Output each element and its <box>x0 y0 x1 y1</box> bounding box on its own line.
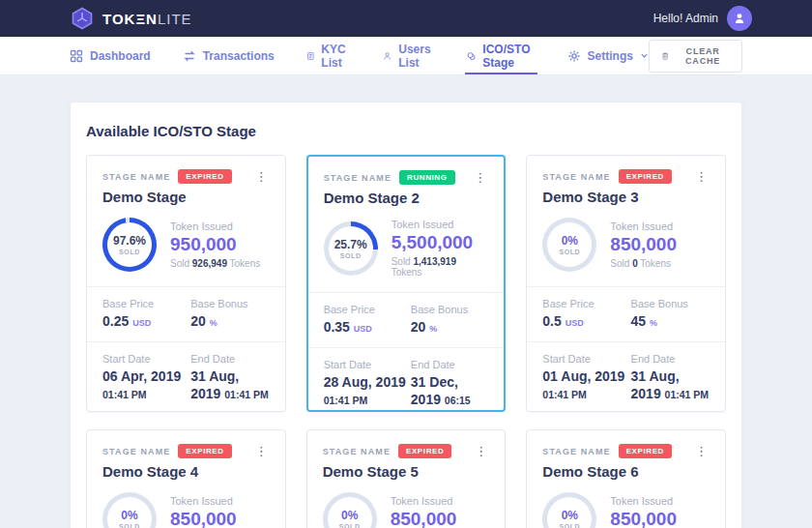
transactions-arrows-icon <box>183 49 196 63</box>
stage-title: Demo Stage 6 <box>542 463 710 480</box>
token-issued-amount: 950,000 <box>170 234 260 255</box>
start-date-label: Start Date <box>324 359 411 370</box>
base-price-cell: Base Price 0.5 USD <box>542 298 630 330</box>
sold-prefix: Sold <box>610 258 629 269</box>
start-time-value: 01:41 PM <box>542 389 587 400</box>
token-issued-amount: 850,000 <box>610 234 677 255</box>
stage-name-label: STAGE NAME <box>324 173 392 183</box>
stage-card: STAGE NAME EXPIRED ⋮ Demo Stage 4 0% SOL… <box>86 429 286 528</box>
stage-name-label: STAGE NAME <box>323 447 391 456</box>
sold-tokens-count: 1,413,919 <box>413 256 456 267</box>
avatar[interactable] <box>727 6 752 31</box>
nav-item-settings[interactable]: Settings <box>567 37 649 74</box>
nav-item-ico-sto-stage[interactable]: ICO/STO Stage <box>467 37 535 74</box>
token-issued-amount: 850,000 <box>170 509 237 528</box>
page-title: Available ICO/STO Stage <box>86 123 726 139</box>
usd-unit: USD <box>566 318 584 328</box>
sold-percent: 25.7% <box>334 238 367 251</box>
settings-gear-icon <box>567 49 581 63</box>
end-date-cell: End Date 31 Aug, 2019 01:41 PM <box>190 353 269 402</box>
end-date-label: End Date <box>411 359 489 370</box>
nav-label: Dashboard <box>90 49 151 63</box>
sold-prefix: Sold <box>392 256 411 267</box>
clear-cache-button[interactable]: CLEAR CACHE <box>649 40 742 73</box>
tokenlite-logo-icon <box>70 6 95 31</box>
percent-unit: % <box>210 318 218 328</box>
base-price-value: 0.25 <box>102 313 129 329</box>
nav-label: Users List <box>398 43 435 70</box>
sold-tokens-count: 0 <box>632 258 638 269</box>
kebab-menu-icon[interactable]: ⋮ <box>253 170 270 183</box>
nav-label: Transactions <box>203 49 275 63</box>
main-nav: Dashboard Transactions KYC List Users Li… <box>0 37 812 75</box>
tokens-suffix: Tokens <box>640 258 671 269</box>
tokens-suffix: Tokens <box>392 267 422 278</box>
end-time-value: 01:41 PM <box>224 389 269 400</box>
base-price-label: Base Price <box>324 304 411 315</box>
donut-center: 0% SOLD <box>328 497 372 528</box>
sold-percent: 0% <box>121 509 137 522</box>
stage-name-label: STAGE NAME <box>542 172 610 182</box>
donut-center: 97.6% SOLD <box>107 222 152 267</box>
token-issued-amount: 5,500,000 <box>392 232 489 253</box>
base-bonus-label: Base Bonus <box>190 298 269 309</box>
kebab-menu-icon[interactable]: ⋮ <box>472 171 488 184</box>
brand-logo[interactable]: TOKΞNLITE <box>70 6 192 31</box>
sold-label: SOLD <box>339 523 361 528</box>
token-issued-label: Token Issued <box>610 220 677 232</box>
sold-donut-chart: 0% SOLD <box>102 492 157 528</box>
users-icon <box>383 49 392 63</box>
nav-item-transactions[interactable]: Transactions <box>183 37 275 74</box>
stage-name-label: STAGE NAME <box>102 172 170 182</box>
start-date-label: Start Date <box>102 353 190 365</box>
base-price-label: Base Price <box>542 298 630 309</box>
token-issued-label: Token Issued <box>392 219 489 230</box>
kebab-menu-icon[interactable]: ⋮ <box>693 445 710 457</box>
start-date-cell: Start Date 01 Aug, 2019 01:41 PM <box>542 353 630 402</box>
stage-name-label: STAGE NAME <box>542 447 610 456</box>
token-issued-label: Token Issued <box>391 495 457 507</box>
ico-stage-coins-icon <box>467 49 476 63</box>
base-bonus-cell: Base Bonus 45 % <box>631 298 710 330</box>
status-badge: RUNNING <box>399 170 455 185</box>
percent-unit: % <box>429 324 437 334</box>
sold-prefix: Sold <box>170 258 189 269</box>
token-issued-label: Token Issued <box>610 495 677 507</box>
nav-item-users-list[interactable]: Users List <box>383 37 435 74</box>
sold-tokens-line: Sold 0 Tokens <box>610 258 677 269</box>
sold-label: SOLD <box>559 249 580 255</box>
base-bonus-value: 45 <box>631 313 647 329</box>
nav-item-dashboard[interactable]: Dashboard <box>70 37 151 74</box>
status-badge: EXPIRED <box>178 169 231 184</box>
sold-tokens-line: Sold 926,949 Tokens <box>170 258 260 269</box>
base-price-label: Base Price <box>102 298 190 309</box>
end-date-label: End Date <box>631 353 710 365</box>
stage-title: Demo Stage <box>102 189 270 205</box>
base-bonus-value: 20 <box>411 319 426 335</box>
donut-center: 0% SOLD <box>547 497 592 528</box>
kebab-menu-icon[interactable]: ⋮ <box>253 445 270 457</box>
sold-tokens-line: Sold 1,413,919 Tokens <box>392 256 489 278</box>
kebab-menu-icon[interactable]: ⋮ <box>693 170 710 183</box>
usd-unit: USD <box>354 324 372 334</box>
start-date-value: 01 Aug, 2019 <box>542 368 624 384</box>
nav-item-kyc-list[interactable]: KYC List <box>306 37 351 74</box>
stage-name-label: STAGE NAME <box>102 447 170 456</box>
status-badge: EXPIRED <box>178 444 231 458</box>
donut-center: 0% SOLD <box>547 222 592 267</box>
sold-donut-chart: 0% SOLD <box>323 492 377 528</box>
dashboard-grid-icon <box>70 49 83 63</box>
token-issued-label: Token Issued <box>170 495 237 507</box>
end-date-cell: End Date 31 Aug, 2019 01:41 PM <box>631 353 710 402</box>
base-price-cell: Base Price 0.25 USD <box>102 298 190 330</box>
sold-percent: 0% <box>562 234 578 248</box>
sold-label: SOLD <box>340 252 362 259</box>
user-menu[interactable]: Hello! Admin <box>653 6 752 31</box>
sold-tokens-count: 926,949 <box>192 258 227 269</box>
stage-title: Demo Stage 5 <box>323 463 490 480</box>
base-bonus-cell: Base Bonus 20 % <box>411 304 489 336</box>
stage-card: STAGE NAME EXPIRED ⋮ Demo Stage 5 0% SOL… <box>306 429 507 528</box>
stage-title: Demo Stage 2 <box>324 190 489 206</box>
kebab-menu-icon[interactable]: ⋮ <box>473 445 489 457</box>
end-date-cell: End Date 31 Dec, 2019 06:15 PM <box>411 359 489 412</box>
